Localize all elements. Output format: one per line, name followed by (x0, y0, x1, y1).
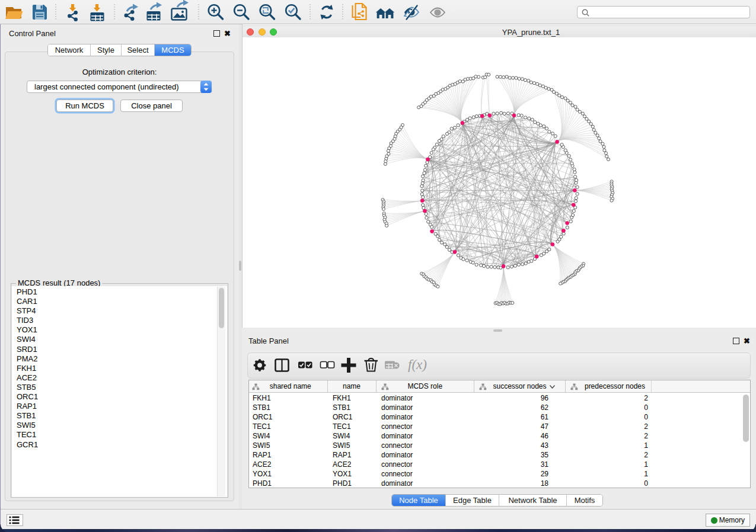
svg-text:f(x): f(x) (408, 357, 427, 372)
